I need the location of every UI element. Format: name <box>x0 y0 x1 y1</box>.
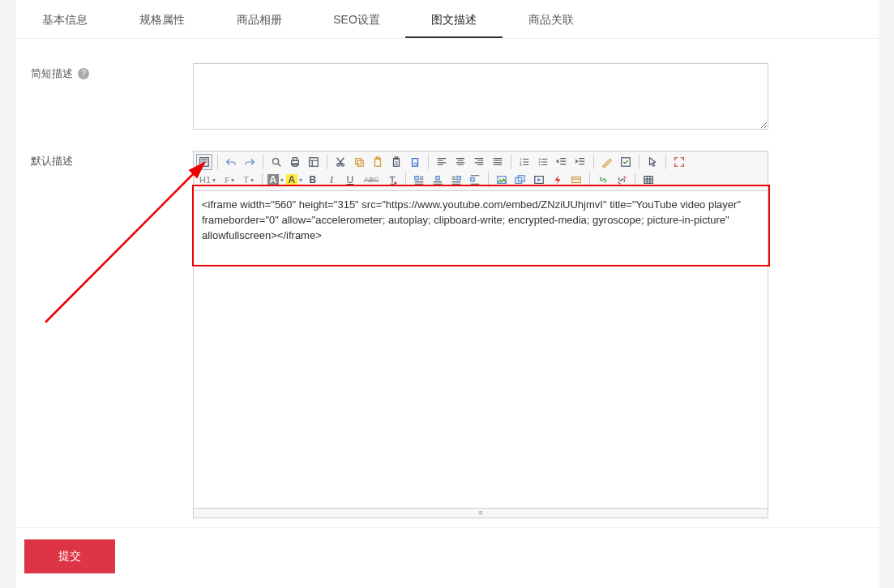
svg-text:3: 3 <box>520 163 522 167</box>
outdent-icon[interactable] <box>554 154 570 170</box>
paste-word-icon[interactable]: W <box>407 154 423 170</box>
bg-color-dropdown[interactable]: A <box>286 172 302 188</box>
heading-dropdown[interactable]: H1 <box>196 172 219 188</box>
tab-basic-info[interactable]: 基本信息 <box>16 0 113 38</box>
image-icon[interactable] <box>494 172 510 188</box>
editor-content-text: <iframe width="560" height="315" src="ht… <box>202 198 741 241</box>
source-icon[interactable] <box>196 154 212 170</box>
media-icon[interactable] <box>531 172 547 188</box>
tab-related[interactable]: 商品关联 <box>503 0 600 38</box>
page-root: 基本信息 规格属性 商品相册 SEO设置 图文描述 商品关联 简短描述 ? 默认… <box>0 0 894 588</box>
attach-icon[interactable] <box>568 172 584 188</box>
tab-spec-attr[interactable]: 规格属性 <box>113 0 211 38</box>
toolbar-separator <box>511 155 511 169</box>
removeformat-icon[interactable] <box>384 172 400 188</box>
short-desc-input[interactable] <box>193 63 768 130</box>
svg-rect-5 <box>310 158 319 167</box>
svg-rect-32 <box>572 177 581 183</box>
ul-icon[interactable] <box>535 154 551 170</box>
pointer-icon[interactable] <box>644 154 661 170</box>
toolbar-separator <box>327 155 327 169</box>
font-family-dropdown[interactable]: F <box>221 172 237 188</box>
align-left-icon[interactable] <box>434 154 450 170</box>
align-right-icon[interactable] <box>471 154 487 170</box>
flash-icon[interactable] <box>550 172 566 188</box>
toolbar-separator <box>217 155 218 169</box>
toolbar-separator <box>593 155 594 169</box>
align-justify-icon[interactable] <box>490 154 506 170</box>
align-center-icon[interactable] <box>452 154 468 170</box>
undo-icon[interactable] <box>223 154 239 170</box>
toolbar-separator <box>428 155 429 169</box>
default-desc-label-wrap: 默认描述 <box>31 151 193 168</box>
font-color-dropdown[interactable]: A <box>267 172 284 188</box>
copy-icon[interactable] <box>351 154 367 170</box>
quickformat-icon[interactable] <box>599 154 615 170</box>
underline-icon[interactable]: U <box>342 172 358 188</box>
editor-resize-handle[interactable]: ≡ <box>193 509 768 518</box>
cut-icon[interactable] <box>332 154 349 170</box>
svg-rect-24 <box>436 177 439 180</box>
toolbar-separator <box>262 173 263 187</box>
redo-icon[interactable] <box>242 154 258 170</box>
submit-row: 提交 <box>16 527 879 588</box>
rich-editor: W <box>193 151 768 518</box>
image-none-icon[interactable] <box>467 172 483 188</box>
toolbar-separator <box>488 173 489 187</box>
indent-icon[interactable] <box>572 154 588 170</box>
svg-point-21 <box>539 164 541 166</box>
svg-rect-23 <box>415 177 418 180</box>
svg-point-20 <box>539 161 541 163</box>
toolbar-separator <box>263 155 263 169</box>
unlink-icon[interactable] <box>614 172 630 188</box>
svg-rect-8 <box>356 159 361 164</box>
svg-point-19 <box>539 159 541 160</box>
tab-bar: 基本信息 规格属性 商品相册 SEO设置 图文描述 商品关联 <box>16 0 879 39</box>
short-desc-row: 简短描述 ? <box>31 63 865 130</box>
fullscreen-icon[interactable] <box>671 154 687 170</box>
svg-rect-26 <box>471 177 474 181</box>
link-icon[interactable] <box>595 172 611 188</box>
svg-rect-3 <box>293 158 297 161</box>
font-size-dropdown[interactable]: T <box>240 172 257 188</box>
svg-rect-33 <box>644 177 653 184</box>
editor-toolbar: W <box>193 151 768 191</box>
tab-seo[interactable]: SEO设置 <box>308 0 405 38</box>
image-center-icon[interactable] <box>430 172 446 188</box>
editor-body[interactable]: <iframe width="560" height="315" src="ht… <box>193 191 768 509</box>
bold-icon[interactable]: B <box>305 172 321 188</box>
short-desc-label-wrap: 简短描述 ? <box>31 63 193 81</box>
italic-icon[interactable]: I <box>323 172 340 188</box>
toolbar-separator <box>639 155 639 169</box>
svg-point-28 <box>500 178 502 180</box>
tab-richtext[interactable]: 图文描述 <box>405 0 503 38</box>
default-desc-row: 默认描述 <box>31 151 865 518</box>
tab-gallery[interactable]: 商品相册 <box>211 0 308 38</box>
ol-icon[interactable]: 123 <box>516 154 533 170</box>
paste-plain-icon[interactable] <box>388 154 404 170</box>
short-desc-label: 简短描述 <box>31 66 73 81</box>
preview-icon[interactable] <box>268 154 284 170</box>
paste-icon[interactable] <box>370 154 386 170</box>
svg-text:W: W <box>413 160 418 166</box>
print-icon[interactable] <box>287 154 303 170</box>
submit-button[interactable]: 提交 <box>24 539 115 573</box>
card: 基本信息 规格属性 商品相册 SEO设置 图文描述 商品关联 简短描述 ? 默认… <box>16 0 879 556</box>
toolbar-separator <box>665 155 666 169</box>
multi-image-icon[interactable] <box>512 172 528 188</box>
default-desc-label: 默认描述 <box>31 154 73 168</box>
table-icon[interactable] <box>640 172 657 188</box>
toolbar-separator <box>635 173 635 187</box>
help-icon[interactable]: ? <box>78 68 89 79</box>
template-icon[interactable] <box>306 154 322 170</box>
image-right-icon[interactable] <box>448 172 464 188</box>
toolbar-row-1: W <box>196 153 765 171</box>
svg-rect-22 <box>622 158 631 167</box>
toolbar-row-2: H1 F T A A B I U ABC <box>196 171 765 189</box>
toolbar-separator <box>405 173 406 187</box>
svg-point-1 <box>273 159 279 164</box>
selectall-icon[interactable] <box>618 154 634 170</box>
toolbar-separator <box>589 173 590 187</box>
strike-icon[interactable]: ABC <box>361 172 383 188</box>
image-left-icon[interactable] <box>411 172 427 188</box>
